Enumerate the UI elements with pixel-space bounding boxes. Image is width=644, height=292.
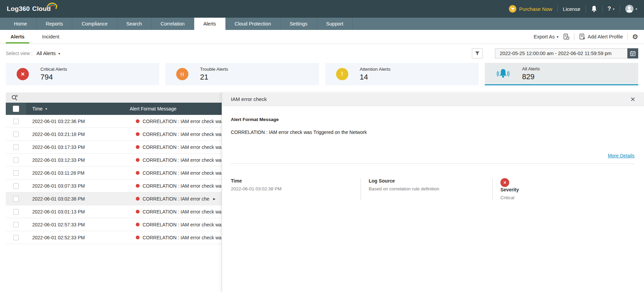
filter-button[interactable] — [472, 48, 483, 58]
notifications-button[interactable] — [591, 5, 597, 12]
severity-dot-icon — [136, 119, 140, 123]
help-menu[interactable]: ? ▾ — [608, 5, 614, 12]
nav-tab[interactable]: Home — [5, 18, 37, 30]
row-time: 2022-06-01 03:17:33 PM — [32, 144, 85, 150]
table-row[interactable]: 2022-06-01 03:17:33 PM CORRELATION : IAM… — [6, 141, 222, 154]
row-checkbox[interactable] — [13, 235, 19, 240]
table-row[interactable]: 2022-06-01 03:11:28 PM CORRELATION : IAM… — [6, 167, 222, 179]
license-link[interactable]: License — [563, 6, 581, 12]
close-icon[interactable]: × — [630, 95, 635, 103]
subtabs: Alerts Incident — [6, 30, 72, 44]
filter-row: Select view : All Alerts ▾ 2022-05-25 12… — [0, 44, 644, 63]
header-checkbox-cell — [6, 103, 26, 115]
severity-dot-icon — [136, 171, 140, 175]
row-message: CORRELATION : IAM error check was Trigge… — [143, 119, 222, 124]
card-count: 794 — [40, 73, 67, 82]
purchase-now-label: Purchase Now — [519, 6, 552, 12]
detail-field: × Log Source Based on correlation rule d… — [361, 178, 492, 200]
row-checkbox[interactable] — [13, 170, 19, 176]
schedule-export-button[interactable] — [563, 33, 570, 40]
nav-tab-label: Cloud Protection — [235, 21, 271, 27]
table-row[interactable]: 2022-06-01 02:52:33 PM CORRELATION : IAM… — [6, 231, 222, 244]
chevron-down-icon: ▾ — [557, 35, 558, 39]
select-view-label: Select view : — [6, 51, 33, 56]
panel-header: IAM error check × — [222, 92, 644, 106]
row-checkbox[interactable] — [13, 132, 19, 137]
nav-tab[interactable]: Compliance — [72, 18, 117, 30]
row-time: 2022-06-01 03:07:33 PM — [32, 183, 85, 189]
detail-field-label: Time — [231, 178, 361, 184]
nav-tab[interactable]: Alerts — [194, 18, 225, 30]
nav-tab[interactable]: Reports — [37, 18, 73, 30]
row-checkbox[interactable] — [13, 119, 19, 124]
card-count: 14 — [360, 73, 391, 82]
table-row[interactable]: 2022-06-01 03:01:13 PM CORRELATION : IAM… — [6, 205, 222, 218]
purchase-now-button[interactable]: Purchase Now — [509, 5, 552, 13]
row-message: CORRELATION : IAM error check was Trigge… — [143, 196, 209, 202]
subtab-label: Alerts — [11, 34, 24, 39]
alerts-table: Time ▾ Alert Format Message 2022-06-01 0… — [6, 92, 222, 244]
card-label: Attention Alerts — [360, 67, 391, 72]
table-body: 2022-06-01 03:22:36 PM CORRELATION : IAM… — [6, 115, 222, 244]
table-row[interactable]: 2022-06-01 03:02:38 PM CORRELATION : IAM… — [6, 192, 222, 205]
row-message: CORRELATION : IAM error check was Trigge… — [143, 132, 222, 137]
document-plus-icon — [579, 33, 586, 40]
detail-field-label: Log Source — [369, 178, 492, 184]
severity-dot-icon — [136, 184, 140, 188]
export-as-button[interactable]: Export As ▾ — [534, 34, 558, 39]
select-view-dropdown[interactable]: Select view : All Alerts ▾ — [6, 51, 60, 56]
app-logo[interactable]: Log360 Cloud — [7, 5, 51, 13]
table-row[interactable]: 2022-06-01 03:21:18 PM CORRELATION : IAM… — [6, 128, 222, 141]
severity-dot-icon — [136, 145, 140, 149]
table-row[interactable]: 2022-06-01 03:12:33 PM CORRELATION : IAM… — [6, 154, 222, 167]
select-all-checkbox[interactable] — [13, 106, 19, 112]
row-checkbox[interactable] — [13, 196, 19, 202]
row-message: CORRELATION : IAM error check was Trigge… — [143, 157, 222, 163]
row-checkbox[interactable] — [13, 222, 19, 227]
detail-field: × Time 2022-06-01 03:02:38 PM — [231, 178, 361, 200]
subtab[interactable]: Alerts — [6, 30, 29, 44]
nav-tab[interactable]: Settings — [280, 18, 317, 30]
table-row[interactable]: 2022-06-01 03:22:36 PM CORRELATION : IAM… — [6, 115, 222, 128]
subtab-label: Incident — [42, 34, 59, 39]
nav-tab-label: Compliance — [81, 21, 108, 27]
nav-tab[interactable]: Cloud Protection — [225, 18, 280, 30]
summary-card[interactable]: × !! ! Critical Alerts 794 — [6, 63, 159, 85]
chevron-down-icon: ▾ — [636, 7, 637, 11]
gear-icon[interactable]: ⚙ — [632, 33, 638, 40]
calendar-button[interactable] — [627, 48, 638, 58]
search-icon[interactable] — [11, 94, 18, 101]
table-row[interactable]: 2022-06-01 02:57:33 PM CORRELATION : IAM… — [6, 218, 222, 231]
user-menu[interactable]: ▾ — [625, 4, 637, 13]
more-details-link[interactable]: More Details — [608, 153, 634, 158]
summary-card[interactable]: × !! ! Attention Alerts 14 — [325, 63, 479, 85]
row-time: 2022-06-01 03:02:38 PM — [32, 196, 85, 202]
nav-tab[interactable]: Correlation — [151, 18, 194, 30]
summary-card[interactable]: × !! ! Trouble Alerts 21 — [165, 63, 319, 85]
time-column-label: Time — [32, 106, 43, 111]
expand-row-icon[interactable]: ▸ — [213, 196, 216, 201]
panel-title: IAM error check — [231, 96, 267, 102]
time-column-header[interactable]: Time ▾ — [26, 103, 124, 115]
row-checkbox[interactable] — [13, 209, 19, 214]
table-header: Time ▾ Alert Format Message — [6, 103, 222, 115]
row-time: 2022-06-01 02:52:33 PM — [32, 235, 85, 240]
trouble-exclamation-icon: !! — [176, 68, 188, 80]
panel-section-heading: Alert Format Message — [231, 117, 634, 122]
subtab[interactable]: Incident — [37, 30, 64, 44]
table-row[interactable]: 2022-06-01 03:07:33 PM CORRELATION : IAM… — [6, 179, 222, 192]
date-range-input[interactable]: 2022-05-25 12:00:00 am - 2022-06-02 11:5… — [495, 48, 627, 58]
severity-dot-icon — [136, 223, 140, 226]
nav-tab[interactable]: Search — [117, 18, 151, 30]
add-alert-profile-button[interactable]: Add Alert Profile — [579, 33, 623, 40]
detail-field-value: 2022-06-01 03:02:38 PM — [231, 186, 361, 191]
row-checkbox[interactable] — [13, 157, 19, 163]
bell-icon — [591, 5, 597, 12]
card-label: Critical Alerts — [40, 67, 67, 72]
panel-detail-fields: × Time 2022-06-01 03:02:38 PM × Log Sour… — [231, 178, 634, 200]
summary-card[interactable]: × !! ! All Alerts 829 — [485, 63, 638, 85]
nav-tab[interactable]: Support — [317, 18, 353, 30]
nav-tab-label: Reports — [46, 21, 63, 27]
row-checkbox[interactable] — [13, 183, 19, 189]
row-checkbox[interactable] — [13, 144, 19, 150]
